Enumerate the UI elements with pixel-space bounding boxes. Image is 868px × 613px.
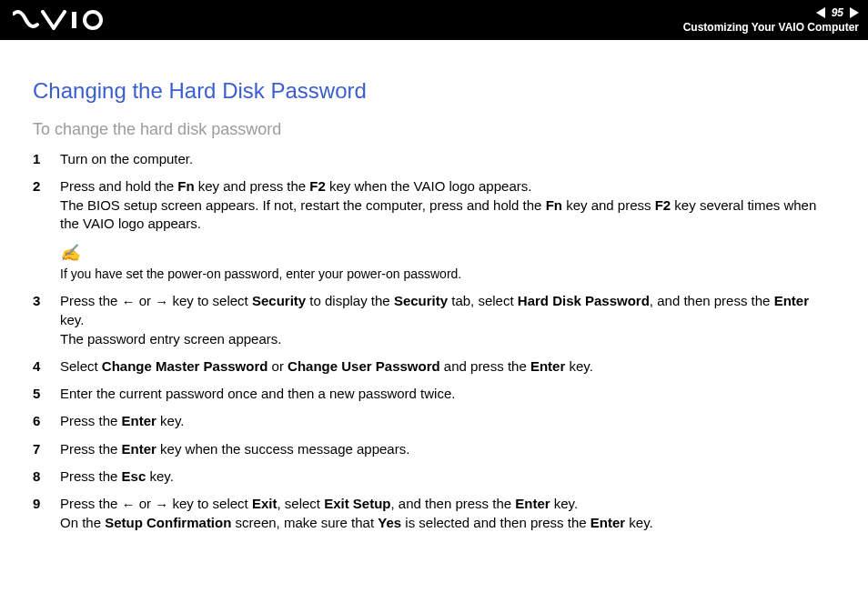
step-5: 5 Enter the current password once and th… — [33, 385, 835, 403]
step-body: Press the Enter key. — [60, 412, 835, 430]
svg-rect-0 — [72, 12, 76, 28]
step-number: 9 — [33, 495, 60, 532]
header-right: 95 Customizing Your VAIO Computer — [683, 6, 859, 34]
step-1: 1 Turn on the computer. — [33, 150, 835, 168]
note-block: ✍ If you have set the power-on password,… — [60, 242, 835, 283]
step-number: 5 — [33, 385, 60, 403]
right-arrow-icon: → — [155, 496, 168, 514]
step-body: Press the ← or → key to select Exit, sel… — [60, 495, 835, 532]
step-number: 2 — [33, 177, 60, 233]
step-body: Select Change Master Password or Change … — [60, 357, 835, 376]
step-number: 8 — [33, 467, 60, 486]
step-number: 7 — [33, 440, 60, 458]
content-area: Changing the Hard Disk Password To chang… — [0, 40, 868, 533]
left-arrow-icon: ← — [122, 496, 136, 514]
prev-page-icon[interactable] — [816, 7, 825, 18]
step-body: Press and hold the Fn key and press the … — [60, 177, 835, 233]
step-number: 3 — [33, 292, 60, 348]
note-text: If you have set the power-on password, e… — [60, 266, 835, 283]
step-9: 9 Press the ← or → key to select Exit, s… — [33, 495, 835, 532]
step-7: 7 Press the Enter key when the success m… — [33, 440, 835, 458]
section-label: Customizing Your VAIO Computer — [683, 21, 859, 34]
step-number: 1 — [33, 150, 60, 168]
page-number: 95 — [828, 6, 847, 19]
step-4: 4 Select Change Master Password or Chang… — [33, 357, 835, 376]
steps-list: 1 Turn on the computer. 2 Press and hold… — [33, 150, 835, 533]
next-page-icon[interactable] — [850, 7, 859, 18]
step-6: 6 Press the Enter key. — [33, 412, 835, 430]
step-8: 8 Press the Esc key. — [33, 467, 835, 486]
svg-point-1 — [85, 12, 101, 28]
step-body: Press the ← or → key to select Security … — [60, 292, 835, 348]
right-arrow-icon: → — [155, 293, 168, 311]
left-arrow-icon: ← — [122, 293, 136, 311]
page-nav: 95 — [816, 6, 859, 19]
step-number: 4 — [33, 357, 60, 376]
step-body: Turn on the computer. — [60, 150, 835, 168]
header-bar: 95 Customizing Your VAIO Computer — [0, 0, 868, 40]
step-body: Press the Enter key when the success mes… — [60, 440, 835, 458]
step-number: 6 — [33, 412, 60, 430]
step-body: Enter the current password once and then… — [60, 385, 835, 403]
step-2: 2 Press and hold the Fn key and press th… — [33, 177, 835, 233]
vaio-logo — [13, 10, 113, 30]
note-icon: ✍ — [60, 242, 835, 264]
page-title: Changing the Hard Disk Password — [33, 78, 835, 104]
step-3: 3 Press the ← or → key to select Securit… — [33, 292, 835, 348]
page-subtitle: To change the hard disk password — [33, 120, 835, 139]
step-body: Press the Esc key. — [60, 467, 835, 486]
